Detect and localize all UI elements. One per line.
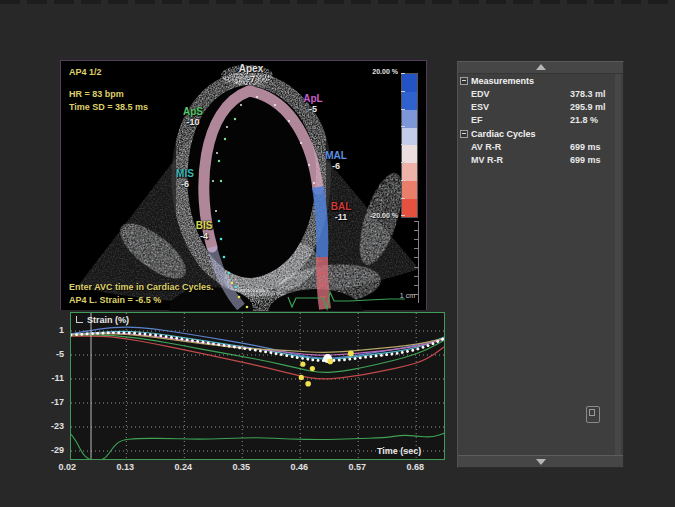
- y-tick-label: 1: [36, 325, 64, 335]
- segment-label-mal: MAL-6: [316, 151, 356, 171]
- colorbar-ticks: [401, 73, 405, 216]
- measurement-row: AV R-R699 ms: [458, 141, 623, 154]
- x-tick-label: 0.13: [108, 462, 142, 472]
- segment-label-mis: MIS-6: [165, 169, 205, 189]
- group-header: Cardiac Cycles: [458, 127, 623, 141]
- depth-ruler: [418, 221, 419, 303]
- heart-rate-label: HR = 83 bpm: [69, 89, 124, 99]
- group-header: Measurements: [458, 74, 623, 88]
- y-tick-label: -17: [36, 397, 64, 407]
- ultrasound-display: AP4 1/2 HR = 83 bpm Time SD = 38.5 ms En…: [60, 60, 427, 310]
- measurement-row: ESV295.9 ml: [458, 101, 623, 114]
- x-tick-label: 0.24: [166, 462, 200, 472]
- y-tick-label: -23: [36, 421, 64, 431]
- strain-roi-lateral-band: [318, 187, 322, 257]
- x-tick-label: 0.57: [340, 462, 374, 472]
- collapse-icon[interactable]: [460, 130, 468, 138]
- corner-icon: [76, 316, 83, 323]
- app-screen: AP4 1/2 HR = 83 bpm Time SD = 38.5 ms En…: [0, 0, 675, 507]
- scroll-up-icon: [536, 64, 546, 70]
- view-label: AP4 1/2: [69, 67, 102, 77]
- collapse-icon[interactable]: [460, 77, 468, 85]
- segment-label-apex: Apex-7: [231, 64, 271, 84]
- segment-label-apl: ApL-5: [293, 94, 333, 114]
- colorbar-max-label: 20.00 %: [341, 68, 398, 75]
- time-sd-label: Time SD = 38.5 ms: [69, 102, 148, 112]
- x-axis-label: Time (sec): [377, 446, 421, 456]
- panel-content: MeasurementsEDV378.3 mlESV295.9 mlEF21.8…: [458, 74, 623, 167]
- strain-chart: [70, 312, 445, 460]
- strain-result-label: AP4 L. Strain = -6.5 %: [69, 295, 161, 305]
- top-edge-decoration: [0, 0, 675, 4]
- x-tick-label: 0.02: [50, 462, 84, 472]
- y-tick-label: -29: [36, 445, 64, 455]
- y-tick-label: -5: [36, 349, 64, 359]
- measurements-panel: MeasurementsEDV378.3 mlESV295.9 mlEF21.8…: [457, 61, 624, 468]
- x-tick-label: 0.68: [398, 462, 432, 472]
- depth-scale-label: 1 cm: [387, 292, 415, 299]
- measurement-row: MV R-R699 ms: [458, 154, 623, 167]
- segment-label-aps: ApS-10: [173, 107, 213, 127]
- scroll-down-button[interactable]: [458, 455, 623, 467]
- scroll-up-button[interactable]: [458, 62, 623, 74]
- segment-label-bal: BAL-11: [321, 202, 361, 222]
- measurement-row: EDV378.3 ml: [458, 88, 623, 101]
- strain-chart-plot: [71, 313, 444, 459]
- depth-ruler-ticks: [414, 221, 418, 303]
- x-tick-label: 0.35: [224, 462, 258, 472]
- page-indicator-icon[interactable]: [586, 406, 600, 423]
- segment-label-bis: BIS-4: [184, 221, 224, 241]
- x-tick-label: 0.46: [282, 462, 316, 472]
- avc-message: Enter AVC time in Cardiac Cycles.: [69, 282, 214, 292]
- chart-title: Strain (%): [76, 315, 129, 325]
- measurement-row: EF21.8 %: [458, 114, 623, 127]
- y-tick-label: -11: [36, 373, 64, 383]
- scroll-down-icon: [536, 459, 546, 465]
